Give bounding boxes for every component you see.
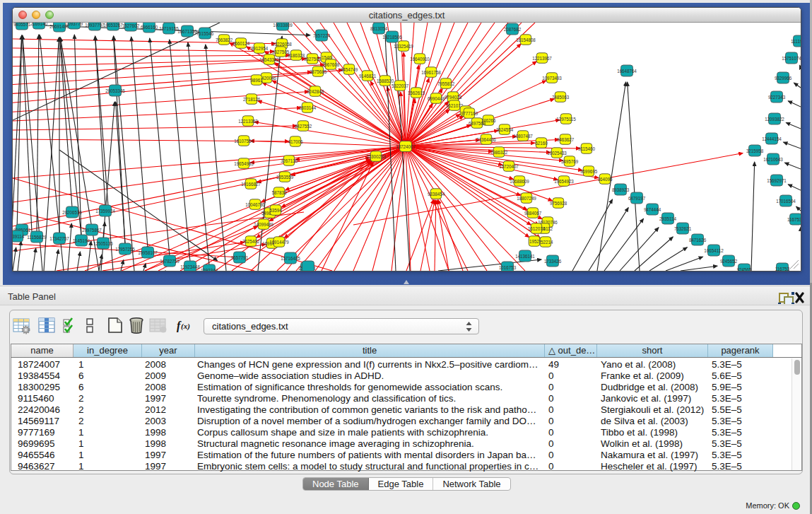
svg-text:17016504: 17016504 (776, 198, 796, 204)
svg-text:9474444: 9474444 (644, 206, 661, 213)
svg-text:8813054: 8813054 (370, 25, 388, 32)
svg-text:10937797: 10937797 (85, 23, 105, 28)
svg-text:2169140: 2169140 (30, 23, 48, 27)
svg-text:116753: 116753 (775, 266, 790, 271)
svg-text:8912954: 8912954 (251, 45, 269, 52)
svg-text:10046786: 10046786 (245, 201, 265, 208)
svg-text:9327508: 9327508 (304, 56, 322, 62)
svg-text:16640910: 16640910 (410, 56, 430, 62)
svg-text:9884067: 9884067 (524, 210, 542, 216)
svg-text:15751074: 15751074 (782, 55, 801, 62)
svg-text:10688609: 10688609 (510, 178, 529, 185)
svg-text:5322037: 5322037 (392, 83, 409, 89)
svg-text:25300233: 25300233 (366, 153, 386, 160)
svg-text:10025433: 10025433 (547, 150, 567, 156)
svg-text:2935114: 2935114 (659, 216, 677, 222)
svg-text:10719155: 10719155 (159, 25, 179, 32)
svg-text:2718126: 2718126 (243, 96, 261, 103)
svg-text:164095: 164095 (598, 176, 613, 182)
svg-text:10654112: 10654112 (704, 247, 724, 254)
svg-text:5495769: 5495769 (561, 158, 579, 165)
svg-text:7955812: 7955812 (437, 81, 455, 87)
svg-text:16210643: 16210643 (763, 156, 783, 163)
svg-text:16782759: 16782759 (160, 258, 180, 264)
svg-text:417006: 417006 (288, 139, 303, 145)
svg-text:14099489: 14099489 (254, 221, 273, 228)
svg-text:19654983: 19654983 (234, 160, 254, 167)
svg-text:19218506: 19218506 (382, 34, 402, 40)
svg-text:6479197: 6479197 (628, 195, 646, 201)
svg-text:9777169: 9777169 (461, 110, 478, 117)
svg-text:10653267: 10653267 (103, 23, 123, 28)
svg-text:11923448: 11923448 (180, 264, 200, 270)
svg-text:53594: 53594 (269, 207, 282, 214)
svg-text:9756928: 9756928 (550, 200, 567, 206)
svg-text:3267130: 3267130 (281, 158, 298, 164)
svg-text:7663822: 7663822 (216, 37, 233, 43)
svg-text:15720407: 15720407 (499, 163, 519, 170)
svg-text:1292344: 1292344 (201, 267, 218, 271)
svg-text:12093822: 12093822 (765, 116, 784, 122)
svg-text:1093779: 1093779 (66, 23, 83, 27)
svg-text:11156829: 11156829 (27, 234, 47, 240)
svg-text:17359924: 17359924 (95, 208, 115, 214)
svg-text:9338454: 9338454 (428, 191, 445, 197)
svg-text:1145194: 1145194 (73, 238, 90, 244)
svg-text:10807487: 10807487 (513, 133, 533, 139)
svg-text:12975115: 12975115 (556, 116, 576, 122)
svg-text:7632621: 7632621 (674, 226, 692, 232)
svg-text:8938923: 8938923 (612, 187, 630, 193)
svg-text:3215958: 3215958 (746, 148, 764, 154)
svg-text:10958107: 10958107 (138, 250, 158, 256)
svg-text:6497568: 6497568 (469, 120, 486, 127)
svg-text:939114: 939114 (13, 233, 25, 240)
svg-text:587833: 587833 (272, 189, 287, 196)
svg-text:9463627: 9463627 (557, 136, 575, 143)
svg-text:8471626: 8471626 (689, 237, 707, 243)
svg-text:9242848: 9242848 (307, 88, 324, 95)
svg-text:9794028: 9794028 (445, 94, 462, 100)
svg-text:9660124: 9660124 (233, 40, 250, 47)
svg-text:9405571: 9405571 (13, 23, 31, 28)
svg-text:12213967: 12213967 (532, 55, 552, 62)
svg-text:9245652: 9245652 (720, 258, 738, 264)
svg-text:252214: 252214 (539, 239, 553, 245)
svg-text:15716485: 15716485 (281, 255, 300, 262)
svg-text:1733426: 1733426 (544, 258, 562, 264)
svg-text:15692971: 15692971 (767, 177, 787, 184)
svg-text:21364436: 21364436 (476, 136, 496, 143)
svg-text:7515546: 7515546 (196, 30, 214, 37)
svg-text:9327505: 9327505 (272, 49, 290, 55)
svg-text:16154808: 16154808 (516, 37, 536, 43)
svg-text:7625402: 7625402 (242, 238, 260, 245)
svg-text:16914479: 16914479 (269, 239, 289, 245)
svg-text:2087682: 2087682 (504, 26, 522, 33)
svg-text:14136141: 14136141 (515, 253, 535, 259)
svg-text:20053346: 20053346 (105, 88, 125, 94)
svg-text:9146821: 9146821 (359, 73, 377, 79)
svg-text:1016753: 1016753 (499, 264, 517, 271)
svg-text:7857224: 7857224 (313, 33, 331, 39)
svg-text:2803144: 2803144 (299, 105, 317, 111)
svg-text:7485063: 7485063 (552, 94, 570, 100)
svg-text:3624554: 3624554 (496, 127, 514, 133)
svg-text:13325419: 13325419 (394, 43, 413, 49)
svg-text:17957255: 17957255 (115, 246, 135, 252)
svg-text:12444154: 12444154 (762, 136, 782, 142)
svg-text:18807249: 18807249 (517, 195, 536, 201)
svg-text:9329966: 9329966 (775, 75, 792, 81)
svg-text:12213363: 12213363 (238, 118, 258, 124)
svg-text:20206576: 20206576 (62, 209, 82, 216)
svg-text:9227343: 9227343 (768, 94, 786, 100)
svg-text:8427552: 8427552 (295, 123, 312, 129)
svg-text:9657791: 9657791 (231, 255, 249, 261)
svg-text:10033809: 10033809 (273, 23, 293, 28)
svg-text:20975867: 20975867 (82, 227, 102, 233)
svg-text:16543342: 16543342 (259, 57, 279, 63)
svg-text:3875685: 3875685 (310, 69, 327, 75)
svg-text:9699695: 9699695 (580, 168, 598, 175)
svg-text:(x): (x) (181, 322, 190, 331)
svg-text:8454749: 8454749 (341, 66, 358, 73)
svg-text:2967608: 2967608 (322, 62, 340, 68)
svg-text:16107554: 16107554 (234, 138, 254, 144)
